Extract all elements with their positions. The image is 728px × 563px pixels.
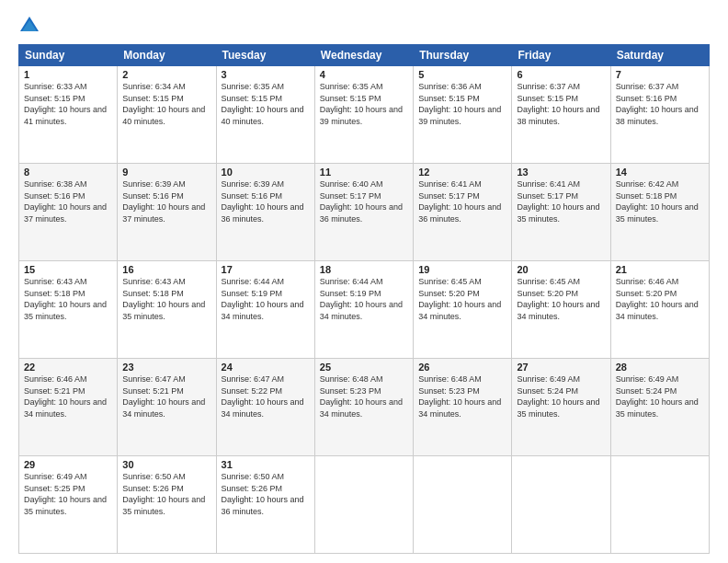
- col-sunday: Sunday: [19, 45, 118, 66]
- table-row: 26 Sunrise: 6:48 AMSunset: 5:23 PMDaylig…: [414, 359, 512, 456]
- table-row: 23 Sunrise: 6:47 AMSunset: 5:21 PMDaylig…: [118, 359, 216, 456]
- table-row: 17 Sunrise: 6:44 AMSunset: 5:19 PMDaylig…: [216, 261, 314, 359]
- day-number: 15: [24, 264, 112, 275]
- day-number: 17: [222, 264, 310, 275]
- header: [18, 15, 710, 37]
- day-info: Sunrise: 6:41 AMSunset: 5:17 PMDaylight:…: [418, 179, 501, 224]
- day-info: Sunrise: 6:36 AMSunset: 5:15 PMDaylight:…: [418, 82, 501, 126]
- day-number: 10: [222, 167, 310, 178]
- table-row: 20 Sunrise: 6:45 AMSunset: 5:20 PMDaylig…: [512, 261, 610, 359]
- day-info: Sunrise: 6:43 AMSunset: 5:18 PMDaylight:…: [122, 277, 205, 321]
- table-row: 11 Sunrise: 6:40 AMSunset: 5:17 PMDaylig…: [314, 164, 413, 261]
- table-row: 30 Sunrise: 6:50 AMSunset: 5:26 PMDaylig…: [118, 456, 216, 554]
- day-info: Sunrise: 6:46 AMSunset: 5:20 PMDaylight:…: [616, 277, 699, 321]
- day-info: Sunrise: 6:49 AMSunset: 5:25 PMDaylight:…: [24, 472, 107, 516]
- day-info: Sunrise: 6:37 AMSunset: 5:16 PMDaylight:…: [616, 82, 699, 126]
- day-info: Sunrise: 6:41 AMSunset: 5:17 PMDaylight:…: [517, 179, 599, 224]
- table-row: 15 Sunrise: 6:43 AMSunset: 5:18 PMDaylig…: [19, 261, 118, 359]
- calendar-week-row: 15 Sunrise: 6:43 AMSunset: 5:18 PMDaylig…: [19, 261, 710, 359]
- calendar-week-row: 29 Sunrise: 6:49 AMSunset: 5:25 PMDaylig…: [19, 456, 710, 554]
- day-number: 14: [616, 167, 704, 178]
- day-number: 13: [517, 167, 605, 178]
- table-row: 1 Sunrise: 6:33 AMSunset: 5:15 PMDayligh…: [19, 66, 118, 164]
- table-row: 10 Sunrise: 6:39 AMSunset: 5:16 PMDaylig…: [216, 164, 314, 261]
- day-info: Sunrise: 6:48 AMSunset: 5:23 PMDaylight:…: [418, 374, 501, 419]
- day-number: 20: [517, 264, 605, 275]
- col-wednesday: Wednesday: [314, 45, 413, 66]
- day-number: 29: [24, 459, 112, 470]
- col-saturday: Saturday: [610, 45, 709, 66]
- table-row: 21 Sunrise: 6:46 AMSunset: 5:20 PMDaylig…: [610, 261, 709, 359]
- day-number: 16: [122, 264, 210, 275]
- table-row: 12 Sunrise: 6:41 AMSunset: 5:17 PMDaylig…: [414, 164, 512, 261]
- table-row: 19 Sunrise: 6:45 AMSunset: 5:20 PMDaylig…: [414, 261, 512, 359]
- day-number: 25: [320, 362, 408, 373]
- table-row: 29 Sunrise: 6:49 AMSunset: 5:25 PMDaylig…: [19, 456, 118, 554]
- calendar-header-row: Sunday Monday Tuesday Wednesday Thursday…: [19, 45, 710, 66]
- calendar-table: Sunday Monday Tuesday Wednesday Thursday…: [18, 44, 710, 554]
- day-info: Sunrise: 6:34 AMSunset: 5:15 PMDaylight:…: [122, 82, 205, 126]
- day-info: Sunrise: 6:45 AMSunset: 5:20 PMDaylight:…: [418, 277, 501, 321]
- day-number: 28: [616, 362, 704, 373]
- day-info: Sunrise: 6:38 AMSunset: 5:16 PMDaylight:…: [24, 179, 107, 224]
- table-row: 5 Sunrise: 6:36 AMSunset: 5:15 PMDayligh…: [414, 66, 512, 164]
- day-info: Sunrise: 6:48 AMSunset: 5:23 PMDaylight:…: [320, 374, 403, 419]
- table-row: 9 Sunrise: 6:39 AMSunset: 5:16 PMDayligh…: [118, 164, 216, 261]
- table-row: 3 Sunrise: 6:35 AMSunset: 5:15 PMDayligh…: [216, 66, 314, 164]
- logo: [18, 15, 44, 37]
- table-row: 28 Sunrise: 6:49 AMSunset: 5:24 PMDaylig…: [610, 359, 709, 456]
- table-row: 13 Sunrise: 6:41 AMSunset: 5:17 PMDaylig…: [512, 164, 610, 261]
- day-info: Sunrise: 6:50 AMSunset: 5:26 PMDaylight:…: [122, 472, 205, 516]
- table-row: 4 Sunrise: 6:35 AMSunset: 5:15 PMDayligh…: [314, 66, 413, 164]
- day-number: 7: [616, 69, 704, 80]
- day-number: 9: [122, 167, 210, 178]
- day-number: 22: [24, 362, 112, 373]
- day-number: 1: [24, 69, 112, 80]
- table-row: 18 Sunrise: 6:44 AMSunset: 5:19 PMDaylig…: [314, 261, 413, 359]
- table-row: [314, 456, 413, 554]
- calendar-week-row: 22 Sunrise: 6:46 AMSunset: 5:21 PMDaylig…: [19, 359, 710, 456]
- table-row: 6 Sunrise: 6:37 AMSunset: 5:15 PMDayligh…: [512, 66, 610, 164]
- col-tuesday: Tuesday: [216, 45, 314, 66]
- table-row: 7 Sunrise: 6:37 AMSunset: 5:16 PMDayligh…: [610, 66, 709, 164]
- table-row: 25 Sunrise: 6:48 AMSunset: 5:23 PMDaylig…: [314, 359, 413, 456]
- day-info: Sunrise: 6:37 AMSunset: 5:15 PMDaylight:…: [517, 82, 599, 126]
- table-row: 2 Sunrise: 6:34 AMSunset: 5:15 PMDayligh…: [118, 66, 216, 164]
- day-info: Sunrise: 6:43 AMSunset: 5:18 PMDaylight:…: [24, 277, 107, 321]
- table-row: 24 Sunrise: 6:47 AMSunset: 5:22 PMDaylig…: [216, 359, 314, 456]
- day-info: Sunrise: 6:35 AMSunset: 5:15 PMDaylight:…: [222, 82, 304, 126]
- day-number: 27: [517, 362, 605, 373]
- table-row: 22 Sunrise: 6:46 AMSunset: 5:21 PMDaylig…: [19, 359, 118, 456]
- page: Sunday Monday Tuesday Wednesday Thursday…: [0, 0, 728, 563]
- day-info: Sunrise: 6:44 AMSunset: 5:19 PMDaylight:…: [222, 277, 304, 321]
- day-number: 19: [418, 264, 506, 275]
- day-number: 11: [320, 167, 408, 178]
- day-number: 12: [418, 167, 506, 178]
- day-number: 6: [517, 69, 605, 80]
- day-info: Sunrise: 6:35 AMSunset: 5:15 PMDaylight:…: [320, 82, 403, 126]
- table-row: 16 Sunrise: 6:43 AMSunset: 5:18 PMDaylig…: [118, 261, 216, 359]
- table-row: [414, 456, 512, 554]
- day-info: Sunrise: 6:39 AMSunset: 5:16 PMDaylight:…: [222, 179, 304, 224]
- col-monday: Monday: [118, 45, 216, 66]
- day-info: Sunrise: 6:47 AMSunset: 5:21 PMDaylight:…: [122, 374, 205, 419]
- table-row: [512, 456, 610, 554]
- calendar-week-row: 1 Sunrise: 6:33 AMSunset: 5:15 PMDayligh…: [19, 66, 710, 164]
- day-info: Sunrise: 6:49 AMSunset: 5:24 PMDaylight:…: [616, 374, 699, 419]
- col-thursday: Thursday: [414, 45, 512, 66]
- day-info: Sunrise: 6:45 AMSunset: 5:20 PMDaylight:…: [517, 277, 599, 321]
- calendar-week-row: 8 Sunrise: 6:38 AMSunset: 5:16 PMDayligh…: [19, 164, 710, 261]
- day-number: 23: [122, 362, 210, 373]
- day-info: Sunrise: 6:33 AMSunset: 5:15 PMDaylight:…: [24, 82, 107, 126]
- table-row: 31 Sunrise: 6:50 AMSunset: 5:26 PMDaylig…: [216, 456, 314, 554]
- day-info: Sunrise: 6:49 AMSunset: 5:24 PMDaylight:…: [517, 374, 599, 419]
- day-info: Sunrise: 6:46 AMSunset: 5:21 PMDaylight:…: [24, 374, 107, 419]
- col-friday: Friday: [512, 45, 610, 66]
- day-info: Sunrise: 6:39 AMSunset: 5:16 PMDaylight:…: [122, 179, 205, 224]
- day-number: 30: [122, 459, 210, 470]
- table-row: [610, 456, 709, 554]
- day-number: 3: [222, 69, 310, 80]
- day-number: 8: [24, 167, 112, 178]
- table-row: 27 Sunrise: 6:49 AMSunset: 5:24 PMDaylig…: [512, 359, 610, 456]
- day-number: 2: [122, 69, 210, 80]
